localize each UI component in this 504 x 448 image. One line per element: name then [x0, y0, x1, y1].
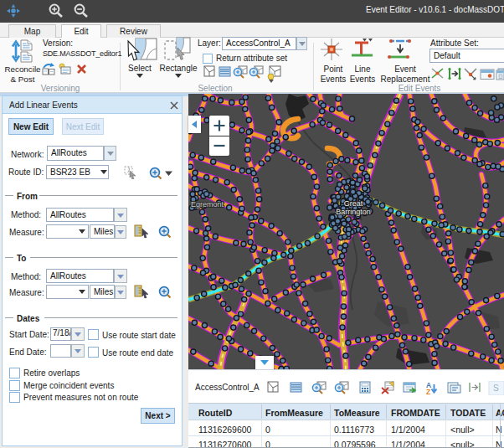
- svg-text:S: S: [493, 384, 499, 393]
- svg-text:Great: Great: [344, 199, 363, 208]
- svg-text:Z: Z: [426, 388, 430, 395]
- svg-text:Barrington: Barrington: [336, 208, 371, 216]
- svg-text:Egremont: Egremont: [191, 200, 224, 209]
